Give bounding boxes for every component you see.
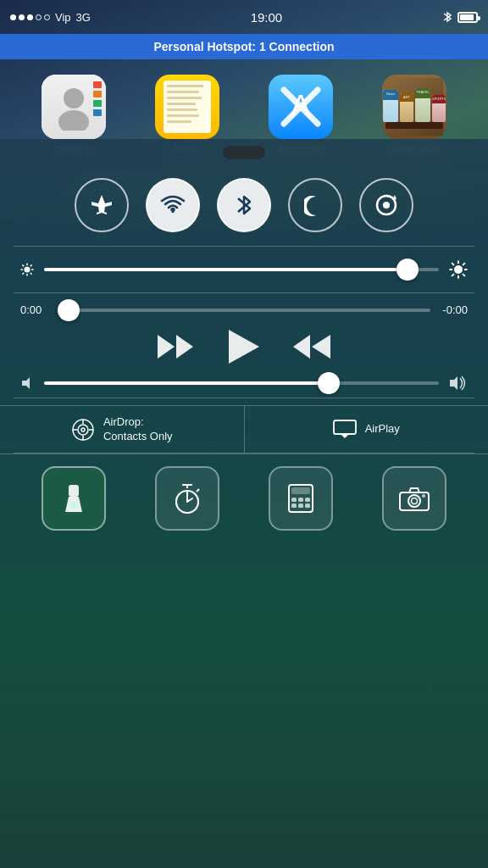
contacts-icon: [42, 75, 106, 139]
svg-rect-57: [305, 504, 310, 508]
media-controls: [20, 330, 468, 364]
media-section: 0:00 -0:00: [0, 293, 488, 398]
volume-slider[interactable]: [44, 381, 439, 385]
signal-dot-3: [27, 14, 33, 20]
svg-line-14: [30, 264, 32, 266]
toggle-row: [0, 163, 488, 246]
wifi-toggle[interactable]: [146, 178, 200, 232]
timer-icon: [173, 483, 202, 514]
rotation-lock-toggle[interactable]: [359, 178, 413, 232]
brightness-row: [0, 247, 488, 292]
camera-button[interactable]: [382, 466, 446, 531]
calculator-button[interactable]: [269, 466, 333, 531]
svg-point-60: [412, 498, 418, 504]
bluetooth-icon: [442, 10, 452, 24]
airdrop-sublabel: Contacts Only: [103, 430, 173, 444]
flashlight-button[interactable]: [42, 466, 106, 531]
svg-line-23: [463, 263, 465, 265]
svg-marker-29: [312, 335, 330, 359]
svg-rect-39: [334, 420, 356, 434]
flashlight-icon: [62, 483, 86, 514]
brightness-high-icon: [449, 260, 468, 279]
svg-marker-31: [450, 376, 458, 390]
status-time: 19:00: [251, 10, 283, 25]
svg-marker-28: [293, 335, 310, 359]
airplane-mode-toggle[interactable]: [75, 178, 129, 232]
status-left: Vip 3G: [10, 11, 91, 24]
signal-dot-2: [19, 14, 25, 20]
fastforward-icon: [293, 333, 334, 360]
time-remaining: -0:00: [437, 303, 468, 316]
hotspot-label: Personal Hotspot: 1 Connection: [153, 40, 334, 53]
signal-strength: [10, 14, 50, 20]
airplay-label: AirPlay: [365, 422, 400, 437]
notes-paper: [164, 81, 211, 133]
drag-handle[interactable]: [0, 139, 488, 163]
brightness-low-icon: [20, 263, 34, 276]
svg-marker-25: [158, 335, 175, 359]
airdrop-icon: [71, 418, 95, 442]
network-label: 3G: [76, 11, 91, 24]
play-button[interactable]: [229, 330, 259, 364]
brightness-slider[interactable]: [44, 268, 439, 271]
svg-point-16: [454, 265, 463, 274]
svg-line-49: [197, 489, 199, 492]
svg-text:A: A: [290, 89, 312, 125]
airplay-icon: [333, 420, 357, 440]
svg-point-33: [78, 425, 88, 435]
svg-line-21: [452, 263, 454, 265]
svg-marker-30: [22, 377, 30, 389]
hotspot-bar: Personal Hotspot: 1 Connection: [0, 34, 488, 59]
status-right: [442, 10, 478, 24]
time-row: 0:00 -0:00: [20, 303, 468, 316]
signal-dot-4: [36, 14, 42, 20]
notes-icon: [155, 75, 219, 139]
svg-line-15: [22, 273, 24, 275]
svg-rect-55: [291, 504, 297, 508]
air-row: AirDrop: Contacts Only AirPlay: [0, 405, 488, 453]
do-not-disturb-toggle[interactable]: [288, 178, 342, 232]
rotation-lock-icon: [374, 193, 398, 217]
media-progress-slider[interactable]: [58, 309, 430, 312]
svg-line-24: [452, 274, 454, 276]
airdrop-text: AirDrop: Contacts Only: [103, 415, 173, 444]
bluetooth-toggle[interactable]: [217, 178, 271, 232]
volume-low-icon: [20, 376, 34, 390]
airdrop-label: AirDrop:: [103, 415, 173, 430]
newsstand-icon: News ART TRAVEL SPORTS: [382, 75, 446, 139]
volume-row: [20, 376, 468, 391]
svg-rect-52: [291, 498, 297, 502]
contacts-tabs: [93, 81, 102, 116]
airplay-button[interactable]: AirPlay: [245, 405, 489, 453]
tools-row: [0, 453, 488, 548]
carrier-label: Vip: [55, 11, 71, 24]
person-silhouette: [53, 83, 94, 131]
play-icon: [229, 330, 259, 364]
control-center: 0:00 -0:00: [0, 139, 488, 868]
appstore-icon: A: [269, 75, 333, 139]
svg-rect-53: [298, 498, 303, 502]
battery-icon: [458, 12, 478, 23]
camera-icon: [399, 486, 430, 511]
airdrop-button[interactable]: AirDrop: Contacts Only: [0, 405, 245, 453]
svg-point-34: [81, 428, 85, 431]
timer-button[interactable]: [155, 466, 219, 531]
divider-3: [14, 398, 474, 398]
rewind-button[interactable]: [154, 333, 195, 360]
fastforward-button[interactable]: [293, 333, 334, 360]
svg-rect-51: [291, 487, 310, 494]
svg-rect-54: [305, 498, 310, 502]
handle-pill: [223, 146, 265, 159]
signal-dot-1: [10, 14, 16, 20]
wifi-icon: [160, 195, 186, 215]
svg-point-1: [58, 110, 89, 131]
signal-dot-5: [44, 14, 50, 20]
bluetooth-toggle-icon: [235, 192, 253, 219]
svg-line-13: [30, 273, 32, 275]
airplane-icon: [90, 193, 114, 217]
svg-marker-26: [176, 335, 193, 359]
moon-icon: [304, 193, 326, 217]
rewind-icon: [154, 333, 195, 360]
svg-marker-40: [340, 433, 350, 438]
svg-point-7: [25, 267, 30, 273]
